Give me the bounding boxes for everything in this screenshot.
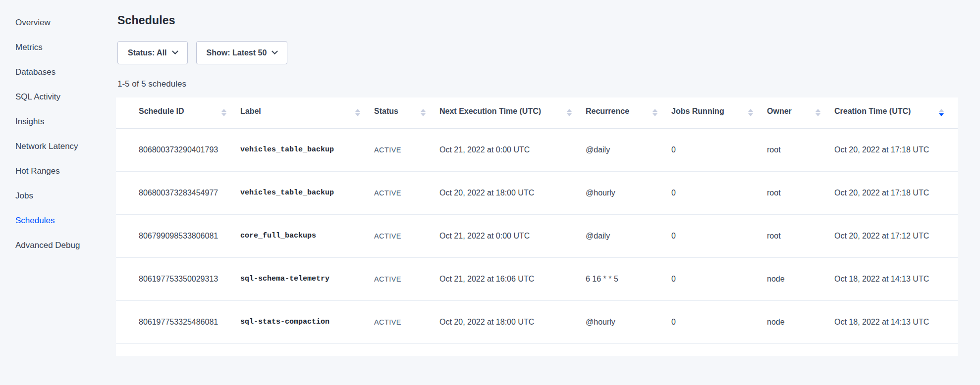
cell-jobs-running: 0 <box>671 171 767 214</box>
cell-next-execution: Oct 20, 2022 at 18:00 UTC <box>439 300 586 343</box>
cell-next-execution: Oct 21, 2022 at 16:06 UTC <box>439 257 586 300</box>
cell-jobs-running: 0 <box>671 257 767 300</box>
schedules-table: Schedule ID Label Status Next Execution … <box>116 97 958 344</box>
column-header-label[interactable]: Label <box>240 97 374 128</box>
cell-recurrence: @hourly <box>586 300 671 343</box>
cell-label: sql-schema-telemetry <box>240 257 374 300</box>
cell-owner: root <box>767 128 834 171</box>
sort-desc-icon[interactable] <box>939 109 944 116</box>
cell-label: vehicles_table_backup <box>240 171 374 214</box>
schedules-page: Overview Metrics Databases SQL Activity … <box>0 0 980 385</box>
column-label: Creation Time (UTC) <box>834 107 911 118</box>
results-summary: 1-5 of 5 schedules <box>117 79 186 89</box>
sort-icon[interactable] <box>567 109 572 116</box>
cell-status: ACTIVE <box>374 171 439 214</box>
column-label: Recurrence <box>586 107 629 118</box>
cell-schedule-id: 806799098533806081 <box>116 214 240 257</box>
table-header-row: Schedule ID Label Status Next Execution … <box>116 97 958 128</box>
cell-creation-time: Oct 18, 2022 at 14:13 UTC <box>834 300 958 343</box>
column-header-jobs-running[interactable]: Jobs Running <box>671 97 767 128</box>
cell-label: vehicles_table_backup <box>240 128 374 171</box>
sidebar-item-sql-activity[interactable]: SQL Activity <box>15 85 109 109</box>
column-label: Schedule ID <box>139 107 184 118</box>
cell-jobs-running: 0 <box>671 128 767 171</box>
sidebar-item-hot-ranges[interactable]: Hot Ranges <box>15 159 109 184</box>
cell-schedule-id: 806800373283454977 <box>116 171 240 214</box>
column-header-recurrence[interactable]: Recurrence <box>586 97 671 128</box>
sidebar-item-insights[interactable]: Insights <box>15 109 109 134</box>
sidebar-item-jobs[interactable]: Jobs <box>15 184 109 208</box>
cell-creation-time: Oct 18, 2022 at 14:13 UTC <box>834 257 958 300</box>
column-label: Status <box>374 107 398 118</box>
cell-status: ACTIVE <box>374 214 439 257</box>
table-row: 806799098533806081 core_full_backups ACT… <box>116 214 958 257</box>
table-row: 806197753325486081 sql-stats-compaction … <box>116 300 958 343</box>
cell-jobs-running: 0 <box>671 300 767 343</box>
column-header-next-execution-time[interactable]: Next Execution Time (UTC) <box>439 97 586 128</box>
column-label: Owner <box>767 107 792 118</box>
status-filter-dropdown[interactable]: Status: All <box>117 41 188 64</box>
chevron-down-icon <box>272 48 278 54</box>
table-row: 806800373290401793 vehicles_table_backup… <box>116 128 958 171</box>
cell-next-execution: Oct 20, 2022 at 18:00 UTC <box>439 171 586 214</box>
cell-schedule-id: 806197753325486081 <box>116 300 240 343</box>
sort-icon[interactable] <box>355 109 360 116</box>
cell-creation-time: Oct 20, 2022 at 17:12 UTC <box>834 214 958 257</box>
cell-owner: root <box>767 171 834 214</box>
cell-owner: node <box>767 300 834 343</box>
column-label: Jobs Running <box>671 107 724 118</box>
cell-creation-time: Oct 20, 2022 at 17:18 UTC <box>834 128 958 171</box>
status-filter-label: Status: All <box>128 48 167 57</box>
cell-status: ACTIVE <box>374 300 439 343</box>
table-row: 806197753350029313 sql-schema-telemetry … <box>116 257 958 300</box>
cell-label: core_full_backups <box>240 214 374 257</box>
cell-owner: root <box>767 214 834 257</box>
cell-recurrence: @daily <box>586 214 671 257</box>
chevron-down-icon <box>172 48 178 54</box>
column-label: Next Execution Time (UTC) <box>439 107 541 118</box>
column-label: Label <box>240 107 261 118</box>
sort-icon[interactable] <box>421 109 426 116</box>
cell-status: ACTIVE <box>374 128 439 171</box>
show-filter-dropdown[interactable]: Show: Latest 50 <box>196 41 288 64</box>
column-header-creation-time[interactable]: Creation Time (UTC) <box>834 97 958 128</box>
sort-icon[interactable] <box>816 109 820 116</box>
cell-next-execution: Oct 21, 2022 at 0:00 UTC <box>439 214 586 257</box>
cell-recurrence: 6 16 * * 5 <box>586 257 671 300</box>
column-header-owner[interactable]: Owner <box>767 97 834 128</box>
sort-icon[interactable] <box>653 109 657 116</box>
column-header-status[interactable]: Status <box>374 97 439 128</box>
cell-status: ACTIVE <box>374 257 439 300</box>
sidebar-item-schedules[interactable]: Schedules <box>15 208 109 233</box>
sidebar-item-network-latency[interactable]: Network Latency <box>15 134 109 159</box>
sidebar-item-databases[interactable]: Databases <box>15 60 109 85</box>
sort-icon[interactable] <box>748 109 753 116</box>
cell-label: sql-stats-compaction <box>240 300 374 343</box>
cell-schedule-id: 806197753350029313 <box>116 257 240 300</box>
show-filter-label: Show: Latest 50 <box>207 48 267 57</box>
cell-jobs-running: 0 <box>671 214 767 257</box>
sidebar-item-metrics[interactable]: Metrics <box>15 35 109 60</box>
schedules-table-card: Schedule ID Label Status Next Execution … <box>116 97 958 356</box>
page-title: Schedules <box>117 14 175 27</box>
cell-schedule-id: 806800373290401793 <box>116 128 240 171</box>
sort-icon[interactable] <box>221 109 226 116</box>
sidebar-item-advanced-debug[interactable]: Advanced Debug <box>15 233 109 258</box>
sidebar-nav: Overview Metrics Databases SQL Activity … <box>15 10 109 258</box>
table-row: 806800373283454977 vehicles_table_backup… <box>116 171 958 214</box>
filter-bar: Status: All Show: Latest 50 <box>117 41 287 64</box>
sidebar-item-overview[interactable]: Overview <box>15 10 109 35</box>
cell-next-execution: Oct 21, 2022 at 0:00 UTC <box>439 128 586 171</box>
cell-creation-time: Oct 20, 2022 at 17:18 UTC <box>834 171 958 214</box>
column-header-schedule-id[interactable]: Schedule ID <box>116 97 240 128</box>
cell-owner: node <box>767 257 834 300</box>
cell-recurrence: @hourly <box>586 171 671 214</box>
cell-recurrence: @daily <box>586 128 671 171</box>
